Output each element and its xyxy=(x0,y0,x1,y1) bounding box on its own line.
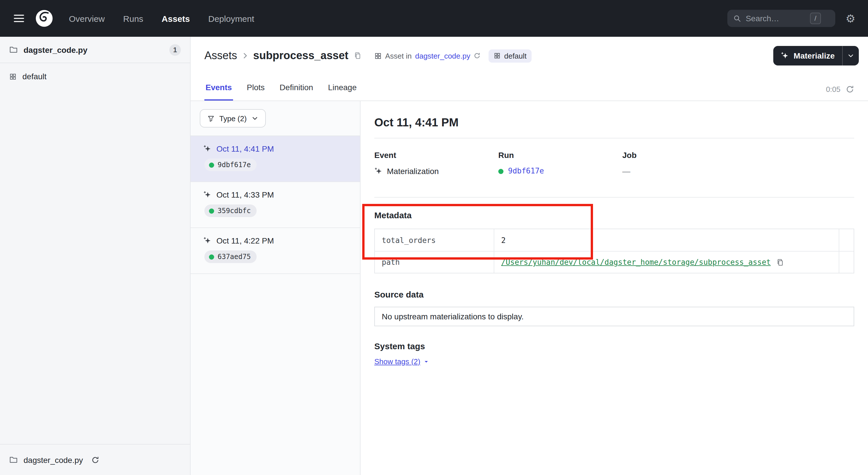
system-tags-heading: System tags xyxy=(374,341,854,352)
metadata-key: total_orders xyxy=(375,229,494,251)
search-box[interactable]: / xyxy=(727,10,835,27)
field-label: Run xyxy=(498,150,622,160)
search-input[interactable] xyxy=(746,14,805,23)
group-chip-label: default xyxy=(504,51,526,60)
folder-icon xyxy=(9,455,18,464)
metadata-actions-cell xyxy=(839,251,854,273)
group-chip[interactable]: default xyxy=(489,49,532,62)
sidebar-item-label: default xyxy=(22,72,46,81)
search-icon xyxy=(733,14,741,22)
sidebar: dagster_code.py 1 default dagster_code.p… xyxy=(0,37,191,475)
type-filter-button[interactable]: Type (2) xyxy=(200,109,266,127)
refresh-elapsed: 0:05 xyxy=(826,85,840,94)
run-id-link[interactable]: 9dbf617e xyxy=(508,166,544,176)
event-list-item[interactable]: Oct 11, 4:41 PM 9dbf617e xyxy=(191,136,360,182)
materialization-sparkle-icon xyxy=(374,167,382,175)
materialize-dropdown-button[interactable] xyxy=(842,46,859,65)
tab-plots[interactable]: Plots xyxy=(246,77,266,100)
nav-item-runs[interactable]: Runs xyxy=(123,13,143,23)
folder-icon xyxy=(9,46,18,54)
field-label: Job xyxy=(622,150,746,160)
hamburger-menu-icon[interactable] xyxy=(14,14,24,22)
run-id: 637aed75 xyxy=(218,253,251,261)
search-shortcut-key: / xyxy=(810,12,821,24)
field-event: Event Materialization xyxy=(374,150,498,176)
materialize-button-label: Materialize xyxy=(794,51,835,60)
event-timestamp: Oct 11, 4:41 PM xyxy=(216,144,274,153)
filter-funnel-icon xyxy=(207,115,215,122)
breadcrumb-assets-link[interactable]: Assets xyxy=(205,50,237,62)
sidebar-item-default-group[interactable]: default xyxy=(0,63,190,90)
run-status-dot xyxy=(209,162,214,168)
primary-nav: Overview Runs Assets Deployment xyxy=(69,13,254,23)
asset-chip-prefix: Asset in xyxy=(385,51,412,60)
run-id-chip[interactable]: 9dbf617e xyxy=(205,158,257,171)
run-id: 9dbf617e xyxy=(218,161,251,169)
asset-header: Assets subprocess_asset Asset in dagster… xyxy=(191,37,868,101)
type-filter-label: Type (2) xyxy=(219,114,247,123)
reload-icon[interactable] xyxy=(474,52,480,59)
sidebar-item-code-location[interactable]: dagster_code.py 1 xyxy=(0,37,190,63)
table-row: path /Users/yuhan/dev/local/dagster_home… xyxy=(375,251,854,273)
source-data-empty-message: No upstream materializations to display. xyxy=(382,312,524,321)
event-type-value: Materialization xyxy=(387,166,439,176)
dagster-logo[interactable] xyxy=(34,9,54,28)
chevron-right-icon xyxy=(241,52,249,60)
reload-icon[interactable] xyxy=(91,456,99,464)
materialize-button[interactable]: Materialize xyxy=(774,46,859,65)
tab-definition[interactable]: Definition xyxy=(278,77,314,100)
nav-item-deployment[interactable]: Deployment xyxy=(208,13,254,23)
asset-chip-code-location-link[interactable]: dagster_code.py xyxy=(415,51,470,60)
run-id-chip[interactable]: 637aed75 xyxy=(205,250,257,263)
asset-tabs: Events Plots Definition Lineage 0:05 xyxy=(205,77,859,100)
run-status-dot xyxy=(209,254,214,259)
sidebar-item-label: dagster_code.py xyxy=(24,45,88,54)
field-run: Run 9dbf617e xyxy=(498,150,622,176)
copy-icon[interactable] xyxy=(353,52,362,60)
refresh-timer: 0:05 xyxy=(826,85,859,100)
metadata-table: total_orders 2 path /Users/yuhan/dev/loc… xyxy=(374,229,854,273)
job-empty-value: — xyxy=(622,166,630,176)
source-data-heading: Source data xyxy=(374,290,854,300)
event-timestamp: Oct 11, 4:22 PM xyxy=(216,236,274,245)
refresh-icon[interactable] xyxy=(846,85,854,94)
nav-item-overview[interactable]: Overview xyxy=(69,13,105,23)
metadata-key: path xyxy=(375,251,494,273)
field-job: Job — xyxy=(622,150,746,176)
sidebar-bottom-code-location[interactable]: dagster_code.py xyxy=(0,444,190,475)
tab-lineage[interactable]: Lineage xyxy=(327,77,358,100)
table-row: total_orders 2 xyxy=(375,229,854,251)
field-label: Event xyxy=(374,150,498,160)
show-tags-label: Show tags (2) xyxy=(374,357,420,366)
metadata-path-link[interactable]: /Users/yuhan/dev/local/dagster_home/stor… xyxy=(501,258,771,267)
divider xyxy=(374,138,854,139)
caret-down-icon xyxy=(423,358,429,365)
asset-location-chip: Asset in dagster_code.py xyxy=(374,51,481,60)
event-timestamp: Oct 11, 4:33 PM xyxy=(216,190,274,199)
count-badge: 1 xyxy=(169,44,181,55)
run-status-dot xyxy=(498,169,503,174)
page-title: subprocess_asset xyxy=(253,50,348,62)
gear-icon[interactable]: ⚙︎ xyxy=(846,13,856,24)
run-id: 359cdbfc xyxy=(218,207,251,215)
source-data-empty-box: No upstream materializations to display. xyxy=(374,307,854,326)
event-list-item[interactable]: Oct 11, 4:22 PM 637aed75 xyxy=(191,228,360,274)
chevron-down-icon xyxy=(251,115,258,122)
repo-grid-icon xyxy=(494,52,501,59)
run-status-dot xyxy=(209,208,214,213)
run-id-chip[interactable]: 359cdbfc xyxy=(205,205,257,217)
nav-item-assets[interactable]: Assets xyxy=(162,13,190,23)
copy-icon[interactable] xyxy=(776,258,784,266)
tab-events[interactable]: Events xyxy=(205,77,233,100)
metadata-actions-cell xyxy=(839,229,854,251)
events-list-panel: Type (2) Oct 11, 4:41 PM xyxy=(191,101,361,475)
event-detail-panel: Oct 11, 4:41 PM Event Materialization xyxy=(361,101,868,475)
table-grid-icon xyxy=(374,52,382,59)
sidebar-bottom-label: dagster_code.py xyxy=(24,455,83,464)
event-list-item[interactable]: Oct 11, 4:33 PM 359cdbfc xyxy=(191,182,360,228)
filter-row: Type (2) xyxy=(191,101,360,136)
materialization-sparkle-icon xyxy=(203,145,211,153)
divider xyxy=(374,197,854,198)
show-tags-toggle[interactable]: Show tags (2) xyxy=(374,357,429,366)
sparkle-icon xyxy=(781,52,789,60)
